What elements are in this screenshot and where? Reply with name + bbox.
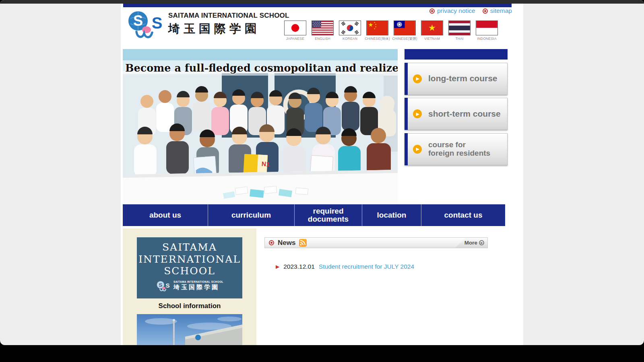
thailand-flag-icon [449, 21, 470, 35]
svg-text:N1: N1 [261, 160, 270, 168]
privacy-notice-link[interactable]: privacy notice [429, 7, 475, 14]
course-menu: ▶ long-term course ▶ short-term course ▶… [405, 49, 508, 165]
language-korean[interactable]: KOREAN [339, 21, 361, 41]
china-flag-icon [367, 21, 388, 35]
red-arrow-bullet-icon: ▶ [276, 264, 279, 269]
news-item: ▶ 2023.12.01 Student recruitment for JUL… [276, 263, 414, 270]
school-logo-icon: S S [156, 280, 171, 292]
school-name-en: SAITAMA INTERNATIONAL SCHOOL [168, 12, 289, 20]
language-indonesia[interactable]: INDONESIA [476, 21, 498, 41]
news-more-button[interactable]: More ▶ [455, 238, 487, 248]
circle-arrow-icon [429, 8, 435, 14]
school-information-label: School information [123, 302, 256, 310]
svg-text:S: S [133, 12, 143, 29]
page-container: privacy notice sitemap S S SAITAMA INTER… [121, 4, 523, 345]
top-links: privacy notice sitemap [429, 7, 512, 14]
top-navy-bar [123, 4, 512, 7]
vietnam-flag-icon [421, 21, 443, 35]
school-logo-icon: S S [126, 9, 165, 39]
sitemap-label: sitemap [490, 7, 512, 14]
arrow-circle-icon: ▶ [413, 74, 422, 83]
language-vietnam[interactable]: VIETNAM [421, 21, 443, 41]
language-thai[interactable]: THAI [448, 21, 471, 41]
screen-background: privacy notice sitemap S S SAITAMA INTER… [0, 0, 644, 345]
nav-about-us[interactable]: about us [123, 204, 208, 226]
circle-arrow-icon [483, 8, 488, 14]
foreign-residents-course-button[interactable]: ▶ course for foreign residents [405, 133, 508, 165]
long-term-course-button[interactable]: ▶ long-term course [405, 63, 508, 95]
language-chinese-simplified[interactable]: CHINESE(簡体) [366, 21, 388, 41]
svg-text:S: S [152, 14, 163, 32]
svg-text:S: S [166, 282, 170, 289]
bottom-black-bar [0, 345, 644, 362]
nav-required-documents[interactable]: required documents [294, 204, 362, 226]
news-item-date: 2023.12.01 [283, 263, 315, 270]
indonesia-flag-icon [476, 21, 497, 35]
privacy-notice-label: privacy notice [437, 7, 475, 14]
school-information-poster[interactable]: SAITAMA INTERNATIONAL SCHOOL S S SAITAMA… [137, 237, 242, 298]
course-menu-header [405, 49, 508, 60]
news-title: News [278, 239, 295, 247]
taiwan-flag-icon [394, 21, 415, 35]
language-japanese[interactable]: JAPANESE [284, 21, 306, 41]
hero-caption: Become a full-fledged cosmopolitan and r… [123, 60, 398, 76]
poster-logo-text: SAITAMA INTERNATIONAL SCHOOL 埼玉国際学園 [173, 280, 223, 291]
school-building-photo[interactable] [137, 314, 242, 345]
arrow-circle-icon: ▶ [413, 145, 422, 154]
school-logo-text: SAITAMA INTERNATIONAL SCHOOL 埼玉国際学園 [168, 12, 289, 37]
left-sidebar: SAITAMA INTERNATIONAL SCHOOL S S SAITAMA… [123, 228, 256, 345]
news-item-link[interactable]: Student recruitment for JULY 2024 [319, 263, 414, 270]
sitemap-link[interactable]: sitemap [483, 7, 512, 14]
school-logo[interactable]: S S SAITAMA INTERNATIONAL SCHOOL 埼玉国際学園 [126, 9, 289, 39]
rss-icon[interactable] [299, 239, 307, 247]
building-photo-graphic [137, 314, 242, 345]
usa-flag-icon [312, 21, 333, 35]
poster-logo: S S SAITAMA INTERNATIONAL SCHOOL 埼玉国際学園 [156, 280, 223, 292]
nav-curriculum[interactable]: curriculum [208, 204, 294, 226]
nav-contact-us[interactable]: contact us [421, 204, 505, 226]
language-chinese-traditional[interactable]: CHINESE(繁體) [394, 21, 416, 41]
circle-arrow-icon: ▶ [479, 240, 484, 245]
circle-arrow-icon [269, 240, 274, 245]
school-name-jp: 埼玉国際学園 [168, 21, 289, 37]
korea-flag-icon [339, 21, 361, 35]
news-header-bar: News More ▶ [264, 237, 488, 248]
japan-flag-icon [285, 21, 306, 35]
language-selector: JAPANESE ENGLISH [284, 21, 498, 41]
main-navigation: about us curriculum required documents l… [123, 204, 505, 226]
language-english[interactable]: ENGLISH [312, 21, 334, 41]
hero-banner: N1 Become a full-fledged cosmopolitan an… [123, 49, 398, 207]
short-term-course-button[interactable]: ▶ short-term course [405, 98, 508, 130]
svg-text:S: S [159, 282, 162, 288]
browser-top-strip [0, 0, 644, 4]
nav-location[interactable]: location [362, 204, 421, 226]
arrow-circle-icon: ▶ [413, 109, 422, 118]
